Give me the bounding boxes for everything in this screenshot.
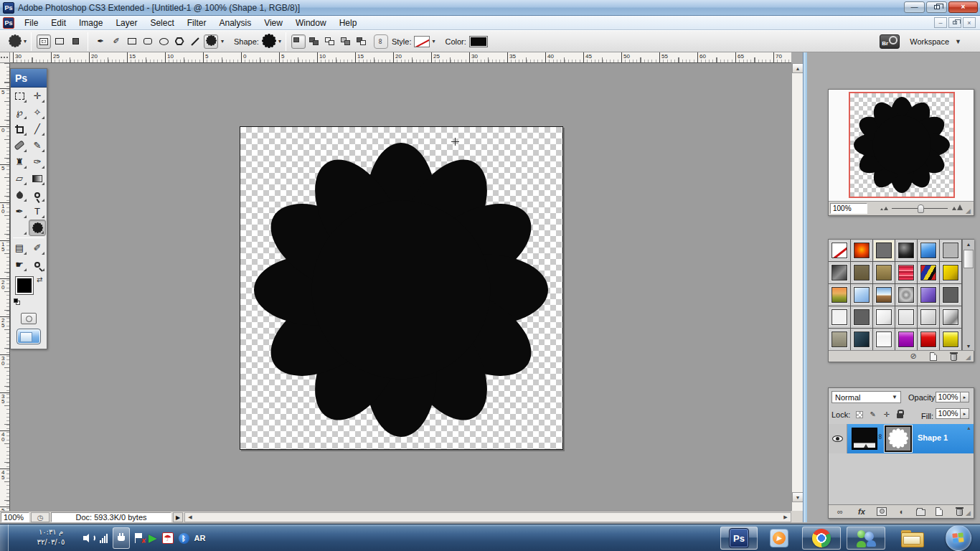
- blend-mode-select[interactable]: Normal ▼: [831, 391, 901, 403]
- status-flyout-arrow[interactable]: ▶: [173, 512, 183, 522]
- layer-name[interactable]: Shape 1: [918, 433, 948, 442]
- vertical-scrollbar[interactable]: ▲ ▼: [791, 63, 803, 511]
- scroll-left-arrow[interactable]: ◀: [185, 513, 195, 522]
- opacity-value-field[interactable]: 100%: [936, 392, 961, 402]
- horizontal-ruler[interactable]: 302520151050510152025303540455055606570: [10, 52, 791, 63]
- add-layer-mask-button[interactable]: [876, 507, 887, 516]
- horizontal-scrollbar[interactable]: ◀ ▶: [184, 512, 791, 522]
- lasso-tool[interactable]: ℘: [11, 104, 28, 121]
- style-swatch-no-style[interactable]: [831, 242, 847, 258]
- ellipse-tool-button[interactable]: [156, 34, 171, 49]
- scroll-up-arrow[interactable]: ▲: [792, 63, 804, 73]
- custom-shape-tool-button[interactable]: [204, 34, 218, 49]
- taskbar-photoshop-button[interactable]: Ps: [720, 527, 758, 550]
- scroll-right-arrow[interactable]: ▶: [781, 513, 791, 522]
- paths-mode-button[interactable]: [52, 34, 67, 49]
- blur-tool[interactable]: [11, 187, 28, 203]
- clear-style-button[interactable]: ⊘: [908, 352, 919, 361]
- document-icon[interactable]: Ps: [3, 17, 14, 29]
- style-swatch-dark-gray-flat[interactable]: [943, 287, 958, 303]
- add-to-shape-area-button[interactable]: [307, 34, 321, 49]
- menu-file[interactable]: File: [18, 17, 44, 29]
- swap-colors-icon[interactable]: ⇄: [37, 276, 42, 283]
- shape-preset-picker[interactable]: ▾: [262, 34, 281, 50]
- path-selection-tool[interactable]: [11, 220, 28, 236]
- network-signal-icon[interactable]: [100, 534, 108, 543]
- zoom-level-field[interactable]: 100%: [1, 512, 29, 522]
- fill-slider-button[interactable]: ▸: [961, 408, 969, 419]
- layer-fill-thumbnail[interactable]: [852, 428, 877, 450]
- shape-color-swatch[interactable]: [469, 36, 488, 47]
- style-swatch-white-tab[interactable]: [876, 331, 892, 347]
- green-play-icon[interactable]: ▶: [149, 532, 157, 545]
- taskbar-media-player-button[interactable]: ▶: [763, 528, 795, 548]
- type-tool[interactable]: T: [29, 203, 46, 220]
- style-swatch-silver-fold[interactable]: [943, 309, 958, 325]
- eraser-tool[interactable]: ▱: [11, 170, 28, 187]
- style-swatch-yellow-gloss[interactable]: [943, 331, 958, 347]
- layer-visibility-cell[interactable]: [829, 424, 847, 453]
- taskbar-chrome-button[interactable]: [802, 527, 841, 550]
- action-center-flag-icon[interactable]: ✘: [135, 533, 143, 543]
- start-button[interactable]: [946, 525, 971, 551]
- gradient-tool[interactable]: [29, 170, 46, 187]
- menu-layer[interactable]: Layer: [109, 17, 143, 29]
- line-tool-button[interactable]: [188, 34, 202, 49]
- style-swatch-smoke[interactable]: [831, 265, 847, 281]
- style-swatch-blue-glass[interactable]: [854, 287, 870, 303]
- menu-help[interactable]: Help: [333, 17, 364, 29]
- delete-layer-button[interactable]: [953, 507, 965, 516]
- panel-resize-grip[interactable]: ◢: [966, 509, 973, 517]
- bluetooth-icon[interactable]: ᛒ: [179, 533, 189, 544]
- slider-thumb[interactable]: [918, 204, 924, 213]
- style-swatch-yellow-bevel[interactable]: [943, 265, 958, 281]
- menu-view[interactable]: View: [258, 17, 289, 29]
- lock-position-button[interactable]: ✛: [882, 410, 891, 419]
- style-swatch-tan-gradient[interactable]: [876, 265, 892, 281]
- layer-row-shape1[interactable]: ∞ Shape 1: [829, 424, 974, 453]
- dodge-tool[interactable]: [29, 187, 46, 203]
- foreground-color-swatch[interactable]: [16, 277, 33, 294]
- hand-tool[interactable]: ☛: [11, 256, 28, 273]
- styles-scrollbar[interactable]: ▲ ▼: [962, 240, 974, 351]
- move-tool[interactable]: ✛: [29, 88, 46, 104]
- style-swatch-gray-flat[interactable]: [876, 242, 892, 258]
- default-colors-icon[interactable]: [14, 298, 21, 306]
- delete-style-button[interactable]: [948, 352, 959, 361]
- style-swatch-orange-glow[interactable]: [854, 242, 870, 258]
- document-close-button[interactable]: ×: [963, 17, 976, 28]
- go-to-bridge-button[interactable]: Br: [880, 34, 900, 49]
- layer-style-button[interactable]: fx: [856, 507, 867, 516]
- brush-tool[interactable]: ✎: [29, 137, 46, 154]
- navigator-proxy-view[interactable]: [849, 92, 955, 198]
- history-brush-tool[interactable]: ✑: [29, 154, 46, 170]
- fill-pixels-mode-button[interactable]: [68, 34, 83, 49]
- taskbar-explorer-button[interactable]: [895, 528, 928, 548]
- freeform-pen-tool-button[interactable]: ✐: [109, 34, 123, 49]
- style-swatch-multicolor-camo[interactable]: [920, 265, 936, 281]
- menu-filter[interactable]: Filter: [181, 17, 213, 29]
- ruler-origin-box[interactable]: [0, 52, 10, 63]
- window-close-button[interactable]: ×: [948, 1, 978, 13]
- create-new-shape-layer-button[interactable]: [291, 34, 306, 49]
- style-swatch-red-stripes[interactable]: [898, 265, 914, 281]
- link-button[interactable]: ∞: [374, 34, 388, 49]
- style-swatch-black-orb[interactable]: [898, 242, 914, 258]
- toolbox-header[interactable]: Ps: [11, 69, 47, 88]
- style-swatch-olive[interactable]: [854, 265, 870, 281]
- chevron-down-icon[interactable]: ▾: [221, 38, 224, 44]
- window-minimize-button[interactable]: —: [904, 1, 925, 13]
- menu-window[interactable]: Window: [289, 17, 333, 29]
- notes-tool[interactable]: ▤: [11, 240, 28, 256]
- status-options-button[interactable]: ◷: [31, 512, 50, 522]
- new-style-button[interactable]: [928, 352, 939, 361]
- adjustment-layer-button[interactable]: ◐: [896, 507, 908, 516]
- lock-all-button[interactable]: [895, 410, 905, 419]
- rectangular-marquee-tool[interactable]: [11, 88, 28, 104]
- subtract-from-shape-area-button[interactable]: [323, 34, 337, 49]
- style-swatch-magenta-gloss[interactable]: [898, 331, 914, 347]
- slice-tool[interactable]: ╱: [29, 121, 46, 137]
- scrollbar-thumb[interactable]: [963, 250, 974, 268]
- shape-layers-mode-button[interactable]: [37, 34, 51, 49]
- style-swatch-horizon[interactable]: [876, 287, 892, 303]
